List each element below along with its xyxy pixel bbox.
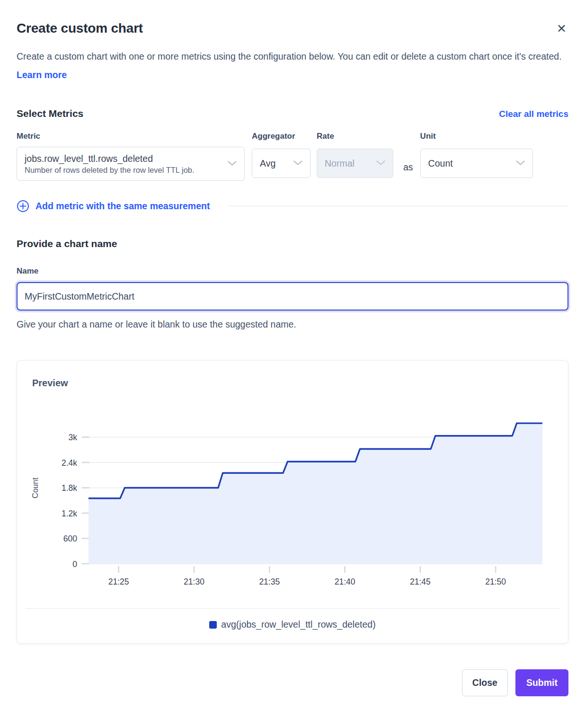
- unit-select[interactable]: Count: [420, 149, 533, 178]
- metrics-section-header: Select Metrics Clear all metrics: [17, 108, 568, 119]
- metric-select[interactable]: jobs.row_level_ttl.rows_deleted Number o…: [17, 147, 245, 181]
- name-helper-text: Give your chart a name or leave it blank…: [17, 319, 568, 330]
- as-label: as: [403, 162, 413, 173]
- legend-label: avg(jobs_row_level_ttl_rows_deleted): [221, 618, 375, 631]
- chevron-down-icon: [228, 160, 237, 168]
- rate-column: Rate Normal: [317, 132, 393, 178]
- add-metric-link[interactable]: Add metric with the same measurement: [17, 200, 210, 213]
- aggregator-column: Aggregator Avg: [252, 132, 310, 178]
- select-metrics-heading: Select Metrics: [17, 108, 83, 119]
- chart-legend: avg(jobs_row_level_ttl_rows_deleted): [17, 609, 568, 643]
- close-icon[interactable]: ✕: [555, 22, 568, 36]
- svg-text:1.8k: 1.8k: [62, 483, 77, 493]
- svg-text:21:25: 21:25: [108, 577, 129, 586]
- svg-text:1.2k: 1.2k: [62, 509, 77, 518]
- legend-swatch: [209, 621, 217, 629]
- add-metric-row: Add metric with the same measurement: [17, 200, 568, 213]
- preview-heading: Preview: [32, 378, 568, 389]
- unit-select-value: Count: [428, 158, 453, 169]
- description-text: Create a custom chart with one or more m…: [17, 51, 562, 62]
- chevron-down-icon: [516, 159, 525, 168]
- metric-column: Metric jobs.row_level_ttl.rows_deleted N…: [17, 132, 245, 181]
- create-custom-chart-dialog: Create custom chart ✕ Create a custom ch…: [0, 0, 585, 712]
- svg-text:21:45: 21:45: [410, 577, 431, 586]
- svg-text:Count: Count: [31, 478, 39, 498]
- rate-label: Rate: [317, 132, 393, 141]
- close-button[interactable]: Close: [462, 669, 508, 696]
- dialog-footer: Close Submit: [17, 669, 568, 712]
- metric-config-row: Metric jobs.row_level_ttl.rows_deleted N…: [17, 132, 568, 181]
- name-label: Name: [17, 266, 568, 276]
- plus-circle-icon: [17, 200, 29, 213]
- learn-more-link[interactable]: Learn more: [17, 70, 67, 80]
- chevron-down-icon: [376, 159, 385, 168]
- unit-label: Unit: [420, 132, 533, 141]
- metric-select-description: Number of rows deleted by the row level …: [25, 165, 195, 176]
- metric-label: Metric: [17, 132, 245, 141]
- preview-card: Preview 06001.2k1.8k2.4k3k21:2521:3021:3…: [17, 360, 568, 644]
- svg-text:2.4k: 2.4k: [62, 458, 77, 468]
- preview-chart: 06001.2k1.8k2.4k3k21:2521:3021:3521:4021…: [17, 411, 568, 586]
- metric-select-value: jobs.row_level_ttl.rows_deleted: [25, 152, 195, 165]
- dialog-description: Create a custom chart with one or more m…: [17, 47, 568, 84]
- svg-text:0: 0: [72, 559, 77, 569]
- page-title: Create custom chart: [17, 21, 143, 36]
- clear-all-metrics-link[interactable]: Clear all metrics: [499, 109, 568, 119]
- svg-text:3k: 3k: [69, 433, 78, 442]
- add-metric-link-label: Add metric with the same measurement: [35, 201, 210, 212]
- svg-text:21:40: 21:40: [335, 577, 355, 586]
- chevron-down-icon: [293, 159, 302, 168]
- aggregator-select-value: Avg: [260, 158, 275, 169]
- aggregator-label: Aggregator: [252, 132, 310, 141]
- metric-select-texts: jobs.row_level_ttl.rows_deleted Number o…: [25, 152, 195, 176]
- svg-text:21:30: 21:30: [184, 577, 204, 586]
- rate-select-disabled: Normal: [317, 149, 393, 178]
- submit-button[interactable]: Submit: [515, 669, 568, 696]
- svg-text:600: 600: [63, 534, 77, 543]
- chart-name-input[interactable]: [17, 282, 568, 311]
- unit-column: Unit Count: [420, 132, 533, 178]
- divider: [229, 206, 568, 206]
- chart-name-heading: Provide a chart name: [17, 238, 568, 249]
- svg-text:21:50: 21:50: [485, 577, 506, 586]
- svg-text:21:35: 21:35: [259, 577, 280, 586]
- aggregator-select[interactable]: Avg: [252, 149, 310, 178]
- dialog-header: Create custom chart ✕: [17, 0, 568, 36]
- rate-select-value: Normal: [325, 158, 355, 169]
